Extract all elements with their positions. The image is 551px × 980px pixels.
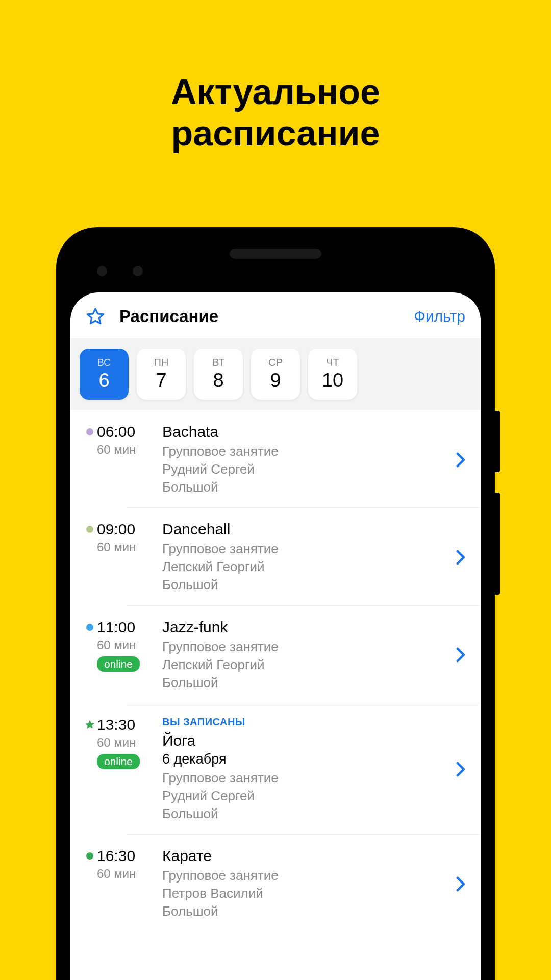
- chevron-right-icon: [456, 647, 465, 663]
- event-meta: Групповое занятие: [162, 443, 451, 460]
- app-screen: Расписание Фильтр ВС6ПН7ВТ8СР9ЧТ10 06:00…: [70, 292, 481, 980]
- row-disclosure[interactable]: [451, 716, 465, 823]
- schedule-row[interactable]: 11:0060 минonlineJazz-funkГрупповое заня…: [70, 605, 481, 703]
- category-dot-icon: [86, 428, 93, 435]
- event-time: 11:00: [97, 619, 158, 636]
- phone-side-button: [494, 493, 500, 595]
- event-meta: Рудний Сергей: [162, 787, 451, 805]
- row-marker: [83, 716, 97, 823]
- event-duration: 60 мин: [97, 540, 158, 554]
- event-title: Bachata: [162, 423, 451, 440]
- event-meta: Групповое занятие: [162, 867, 451, 885]
- row-marker: [83, 847, 97, 920]
- row-marker: [83, 521, 97, 594]
- category-dot-icon: [86, 624, 93, 631]
- phone-side-button: [494, 411, 500, 472]
- event-title: Jazz-funk: [162, 619, 451, 636]
- chevron-right-icon: [456, 762, 465, 777]
- day-pill[interactable]: ВТ8: [194, 349, 243, 400]
- phone-frame: Расписание Фильтр ВС6ПН7ВТ8СР9ЧТ10 06:00…: [56, 227, 495, 980]
- event-content: КаратеГрупповое занятиеПетров ВасилийБол…: [158, 847, 451, 920]
- chevron-right-icon: [456, 876, 465, 892]
- day-pill[interactable]: СР9: [251, 349, 300, 400]
- day-of-week: ВТ: [212, 357, 224, 369]
- online-badge: online: [97, 754, 140, 769]
- hero-line-2: расписание: [0, 113, 551, 154]
- event-meta: Групповое занятие: [162, 638, 451, 656]
- event-duration: 60 мин: [97, 867, 158, 881]
- schedule-row[interactable]: 16:3060 минКаратеГрупповое занятиеПетров…: [70, 834, 481, 932]
- event-time: 16:30: [97, 847, 158, 865]
- event-content: DancehallГрупповое занятиеЛепский Георги…: [158, 521, 451, 594]
- event-meta: Большой: [162, 478, 451, 496]
- phone-camera-icon: [97, 266, 107, 276]
- row-disclosure[interactable]: [451, 619, 465, 692]
- event-title: Карате: [162, 847, 451, 865]
- row-disclosure[interactable]: [451, 847, 465, 920]
- favorite-star-icon: [84, 719, 95, 730]
- filter-button[interactable]: Фильтр: [414, 308, 465, 325]
- time-column: 11:0060 минonline: [97, 619, 158, 692]
- event-meta: Петров Василий: [162, 885, 451, 902]
- event-duration: 60 мин: [97, 638, 158, 652]
- event-meta: Большой: [162, 902, 451, 920]
- category-dot-icon: [86, 852, 93, 860]
- event-meta: Большой: [162, 674, 451, 692]
- day-pill[interactable]: ПН7: [137, 349, 186, 400]
- online-badge: online: [97, 656, 140, 672]
- page-title: Расписание: [119, 307, 414, 326]
- day-number: 7: [156, 370, 166, 391]
- event-meta: Рудний Сергей: [162, 460, 451, 478]
- category-dot-icon: [86, 526, 93, 533]
- hero-title: Актуальное расписание: [0, 0, 551, 154]
- row-marker: [83, 423, 97, 496]
- event-meta: Групповое занятие: [162, 769, 451, 787]
- event-date: 6 декабря: [162, 751, 451, 767]
- time-column: 06:0060 мин: [97, 423, 158, 496]
- event-meta: Лепский Георгий: [162, 558, 451, 576]
- event-meta: Групповое занятие: [162, 540, 451, 558]
- app-header: Расписание Фильтр: [70, 292, 481, 338]
- time-column: 13:3060 минonline: [97, 716, 158, 823]
- row-marker: [83, 619, 97, 692]
- day-number: 10: [322, 370, 343, 391]
- event-content: Jazz-funkГрупповое занятиеЛепский Георги…: [158, 619, 451, 692]
- row-disclosure[interactable]: [451, 521, 465, 594]
- event-time: 09:00: [97, 521, 158, 538]
- event-meta: Лепский Георгий: [162, 656, 451, 674]
- row-disclosure[interactable]: [451, 423, 465, 496]
- schedule-row[interactable]: 09:0060 минDancehallГрупповое занятиеЛеп…: [70, 507, 481, 605]
- schedule-row[interactable]: 06:0060 минBachataГрупповое занятиеРудни…: [70, 410, 481, 507]
- event-duration: 60 мин: [97, 736, 158, 750]
- phone-speaker: [230, 249, 321, 259]
- day-of-week: ПН: [154, 357, 169, 369]
- event-content: BachataГрупповое занятиеРудний СергейБол…: [158, 423, 451, 496]
- phone-camera-icon: [133, 266, 143, 276]
- time-column: 09:0060 мин: [97, 521, 158, 594]
- day-of-week: ВС: [97, 357, 111, 369]
- chevron-right-icon: [456, 452, 465, 468]
- event-title: Dancehall: [162, 521, 451, 538]
- day-number: 6: [98, 370, 109, 391]
- event-time: 06:00: [97, 423, 158, 440]
- time-column: 16:3060 мин: [97, 847, 158, 920]
- day-of-week: СР: [268, 357, 283, 369]
- chevron-right-icon: [456, 550, 465, 565]
- day-number: 8: [213, 370, 223, 391]
- event-meta: Большой: [162, 576, 451, 594]
- favorites-star-icon[interactable]: [86, 307, 105, 326]
- hero-line-1: Актуальное: [0, 71, 551, 113]
- day-selector[interactable]: ВС6ПН7ВТ8СР9ЧТ10: [70, 338, 481, 410]
- schedule-list[interactable]: 06:0060 минBachataГрупповое занятиеРудни…: [70, 410, 481, 980]
- event-duration: 60 мин: [97, 443, 158, 457]
- day-number: 9: [270, 370, 281, 391]
- event-time: 13:30: [97, 716, 158, 733]
- enrolled-label: ВЫ ЗАПИСАНЫ: [162, 716, 451, 728]
- event-content: ВЫ ЗАПИСАНЫЙога6 декабряГрупповое заняти…: [158, 716, 451, 823]
- event-title: Йога: [162, 732, 451, 749]
- day-pill[interactable]: ВС6: [80, 349, 129, 400]
- day-pill[interactable]: ЧТ10: [308, 349, 357, 400]
- event-meta: Большой: [162, 805, 451, 823]
- schedule-row[interactable]: 13:3060 минonlineВЫ ЗАПИСАНЫЙога6 декабр…: [70, 703, 481, 834]
- day-of-week: ЧТ: [326, 357, 339, 369]
